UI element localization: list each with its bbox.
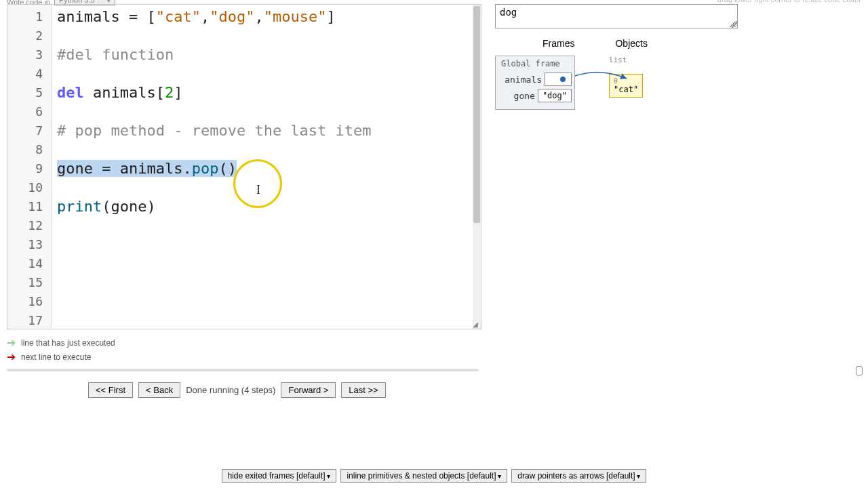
objects-header: Objects	[615, 38, 647, 49]
line-number: 6	[7, 102, 43, 121]
var-row-animals: animals	[498, 73, 572, 86]
legend-next: next line to execute	[21, 352, 91, 362]
line-number: 3	[7, 45, 43, 64]
resize-grip-icon[interactable]: ◢	[473, 321, 479, 327]
code-editor[interactable]: ➔ 1234567891011121314151617 animals = ["…	[7, 4, 481, 329]
var-row-gone: gone "dog"	[498, 89, 572, 102]
code-line[interactable]	[57, 102, 477, 121]
code-line[interactable]	[57, 292, 477, 311]
forward-button[interactable]: Forward >	[281, 382, 336, 398]
pointers-option-select[interactable]: draw pointers as arrows [default]	[511, 469, 646, 483]
red-arrow-icon: ➔	[7, 350, 16, 363]
code-area[interactable]: animals = ["cat","dog","mouse"]#del func…	[52, 5, 481, 329]
pointer-arrow-icon	[574, 69, 635, 89]
execution-status: Done running (4 steps)	[186, 385, 275, 395]
line-number: 12	[7, 216, 43, 235]
code-line[interactable]	[57, 235, 477, 254]
execution-controls: << First < Back Done running (4 steps) F…	[88, 382, 868, 398]
line-number: 13	[7, 235, 43, 254]
code-line[interactable]: animals = ["cat","dog","mouse"]	[57, 7, 477, 26]
code-line[interactable]	[57, 140, 477, 159]
line-number: 5	[7, 83, 43, 102]
back-button[interactable]: < Back	[138, 382, 180, 398]
code-line[interactable]: gone = animals.pop()	[57, 159, 477, 178]
line-number: 16	[7, 292, 43, 311]
code-line[interactable]	[57, 216, 477, 235]
resize-hint: drag lower right corner to resize code e…	[717, 0, 861, 3]
var-name: animals	[505, 75, 542, 85]
legend-executed: line that has just executed	[21, 338, 115, 348]
last-button[interactable]: Last >>	[341, 382, 385, 398]
scrollbar-thumb[interactable]	[473, 6, 480, 223]
green-arrow-icon: ➔	[7, 336, 16, 349]
code-line[interactable]	[57, 178, 477, 197]
line-number: 10	[7, 178, 43, 197]
line-number: 17	[7, 311, 43, 329]
visualization-options: hide exited frames [default] inline prim…	[0, 469, 868, 483]
line-number: 4	[7, 64, 43, 83]
line-number: 14	[7, 254, 43, 273]
code-line[interactable]	[57, 26, 477, 45]
code-line[interactable]: del animals[2]	[57, 83, 477, 102]
frames-option-select[interactable]: hide exited frames [default]	[222, 469, 337, 483]
object-type-label: list	[609, 56, 643, 64]
line-number: 8	[7, 140, 43, 159]
var-name: gone	[514, 91, 535, 101]
code-line[interactable]	[57, 311, 477, 329]
line-number: 9	[7, 159, 43, 178]
code-line[interactable]: print(gone)	[57, 197, 477, 216]
step-slider[interactable]	[7, 369, 861, 377]
program-output: dog	[495, 4, 738, 28]
line-number: 15	[7, 273, 43, 292]
frames-header: Frames	[542, 38, 574, 49]
global-frame: Global frame animals gone "dog"	[495, 56, 575, 110]
code-line[interactable]	[57, 64, 477, 83]
line-gutter: ➔ 1234567891011121314151617	[7, 5, 52, 329]
pointer-dot-icon	[560, 77, 566, 82]
global-frame-label: Global frame	[498, 59, 572, 68]
code-line[interactable]	[57, 273, 477, 292]
code-line[interactable]: #del function	[57, 45, 477, 64]
code-line[interactable]	[57, 254, 477, 273]
code-line[interactable]: # pop method - remove the last item	[57, 121, 477, 140]
editor-scrollbar[interactable]	[473, 5, 481, 329]
legend: ➔line that has just executed ➔next line …	[7, 336, 868, 363]
slider-track[interactable]	[7, 369, 479, 371]
text-cursor-icon	[256, 180, 257, 193]
primitives-option-select[interactable]: inline primitives & nested objects [defa…	[340, 469, 507, 483]
slider-handle[interactable]	[856, 366, 863, 375]
var-value-box	[545, 73, 572, 86]
first-button[interactable]: << First	[88, 382, 133, 398]
line-number: 7	[7, 121, 43, 140]
var-value-box: "dog"	[538, 89, 572, 102]
line-number: 2	[7, 26, 43, 45]
line-number: 1	[7, 7, 43, 26]
line-number: 11	[7, 197, 43, 216]
